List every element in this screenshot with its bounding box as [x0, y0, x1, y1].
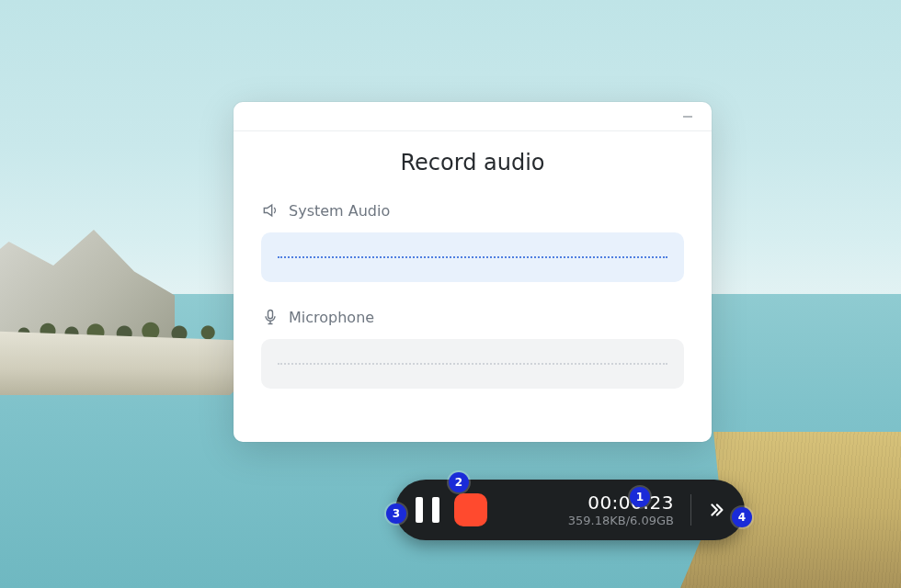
- annotation-badge-2: 2: [449, 472, 469, 492]
- file-size: 359.18KB: [568, 514, 626, 527]
- minimize-icon: [681, 110, 694, 123]
- divider: [690, 494, 691, 526]
- pause-icon: [432, 497, 439, 523]
- system-audio-waveform: [261, 232, 684, 282]
- microphone-waveline: [278, 363, 667, 365]
- annotation-badge-3: 3: [386, 503, 406, 524]
- chevrons-right-icon: [706, 500, 726, 520]
- timing-block: 00:00:23 359.18KB/6.09GB: [568, 492, 674, 528]
- titlebar: [234, 102, 712, 131]
- system-audio-waveline: [278, 256, 667, 258]
- system-audio-row[interactable]: System Audio: [261, 201, 684, 220]
- system-audio-label: System Audio: [289, 202, 390, 220]
- microphone-label: Microphone: [289, 309, 374, 326]
- microphone-row[interactable]: Microphone: [261, 308, 684, 326]
- microphone-waveform: [261, 339, 684, 389]
- svg-rect-1: [268, 311, 273, 319]
- recording-control-bar: 00:00:23 359.18KB/6.09GB: [395, 480, 745, 540]
- annotation-badge-4: 4: [732, 507, 752, 527]
- speaker-icon: [261, 201, 279, 220]
- pause-button[interactable]: [416, 497, 439, 523]
- microphone-icon: [261, 308, 279, 326]
- elapsed-time: 00:00:23: [568, 492, 674, 514]
- record-audio-window: Record audio System Audio Microphone: [234, 102, 712, 442]
- expand-button[interactable]: [706, 500, 726, 520]
- window-title: Record audio: [234, 150, 712, 175]
- system-audio-section: System Audio: [234, 201, 712, 282]
- wallpaper-shore: [0, 331, 257, 395]
- minimize-button[interactable]: [675, 107, 701, 126]
- annotation-badge-1: 1: [630, 487, 650, 507]
- pause-icon: [416, 497, 423, 523]
- size-info: 359.18KB/6.09GB: [568, 514, 674, 528]
- capacity: 6.09GB: [630, 514, 674, 527]
- microphone-section: Microphone: [234, 308, 712, 389]
- stop-button[interactable]: [454, 493, 487, 526]
